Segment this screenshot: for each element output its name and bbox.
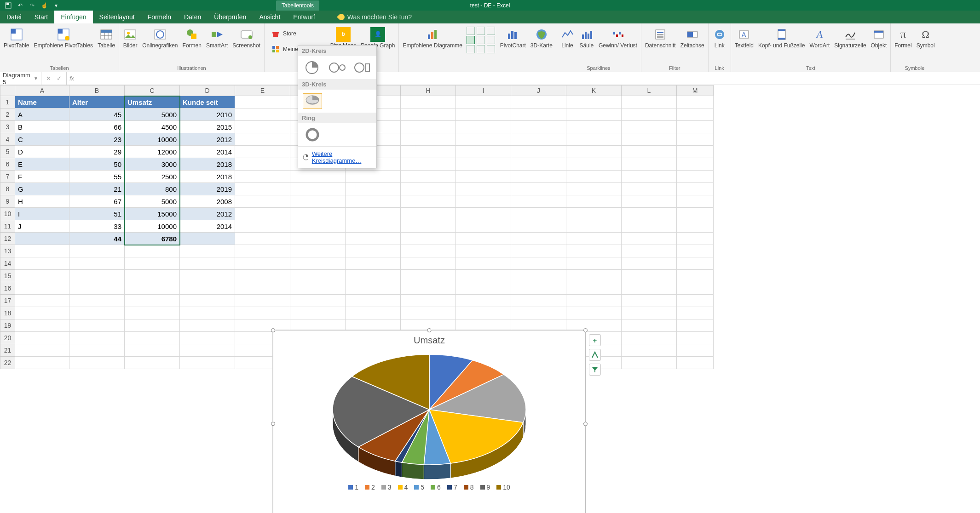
area-chart-icon[interactable]	[487, 36, 495, 44]
cell[interactable]	[290, 171, 346, 183]
row-header[interactable]: 1	[0, 96, 15, 108]
cell[interactable]	[125, 332, 180, 344]
cell[interactable]	[235, 220, 290, 233]
cell[interactable]	[622, 307, 677, 319]
cell[interactable]	[511, 96, 566, 108]
cell[interactable]	[401, 108, 456, 121]
legend-item[interactable]: 10	[496, 484, 510, 491]
cell[interactable]	[290, 295, 346, 307]
row-header[interactable]: 14	[0, 257, 15, 270]
cell[interactable]: 15000	[125, 208, 180, 220]
row-header[interactable]: 18	[0, 307, 15, 319]
cell[interactable]	[511, 295, 566, 307]
cell[interactable]	[15, 282, 69, 295]
cell[interactable]	[511, 195, 566, 208]
cell[interactable]	[180, 282, 235, 295]
cell[interactable]	[235, 195, 290, 208]
cell[interactable]	[290, 282, 346, 295]
cell[interactable]	[125, 307, 180, 319]
cell[interactable]	[456, 270, 511, 282]
sparkline-winloss-button[interactable]: Gewinn/ Verlust	[597, 25, 639, 51]
cell[interactable]	[15, 270, 69, 282]
cell[interactable]	[15, 319, 69, 332]
slicer-button[interactable]: Datenschnitt	[643, 25, 678, 51]
cell[interactable]	[69, 257, 125, 270]
cell[interactable]	[511, 121, 566, 133]
chevron-down-icon[interactable]: ▼	[34, 76, 38, 81]
cell[interactable]	[180, 344, 235, 357]
row-header[interactable]: 21	[0, 344, 15, 357]
cell[interactable]	[125, 295, 180, 307]
cell[interactable]	[235, 96, 290, 108]
column-header[interactable]: J	[511, 85, 566, 96]
cell[interactable]	[290, 183, 346, 195]
pie-2d-option[interactable]	[303, 60, 322, 75]
cell[interactable]	[180, 357, 235, 369]
cell[interactable]: 3000	[125, 158, 180, 171]
cell[interactable]	[180, 332, 235, 344]
cell[interactable]: 2014	[180, 220, 235, 233]
radar-chart-icon[interactable]	[487, 45, 495, 53]
combo-chart-icon[interactable]	[487, 27, 495, 35]
cell[interactable]	[677, 344, 714, 357]
cell[interactable]	[180, 295, 235, 307]
cell[interactable]	[235, 282, 290, 295]
cell[interactable]: 12000	[125, 146, 180, 158]
cell[interactable]: 33	[69, 220, 125, 233]
row-header[interactable]: 22	[0, 357, 15, 369]
cell[interactable]	[622, 270, 677, 282]
cell[interactable]	[622, 220, 677, 233]
cell[interactable]: 2010	[180, 108, 235, 121]
legend-item[interactable]: 2	[365, 484, 375, 491]
row-header[interactable]: 16	[0, 282, 15, 295]
3d-map-button[interactable]: 3D-Karte	[529, 25, 554, 51]
cell[interactable]	[401, 183, 456, 195]
column-header[interactable]: M	[677, 85, 714, 96]
cell[interactable]	[566, 121, 622, 133]
column-chart-icon[interactable]	[467, 27, 475, 35]
cell[interactable]: 21	[69, 183, 125, 195]
cell[interactable]	[566, 282, 622, 295]
cell[interactable]	[622, 332, 677, 344]
cell[interactable]	[15, 344, 69, 357]
cell[interactable]	[566, 220, 622, 233]
cell[interactable]	[346, 307, 401, 319]
textbox-button[interactable]: ATextfeld	[733, 25, 755, 51]
cell[interactable]: 67	[69, 195, 125, 208]
cell[interactable]	[15, 332, 69, 344]
cell[interactable]	[677, 208, 714, 220]
cell[interactable]	[125, 319, 180, 332]
table-button[interactable]: Tabelle	[96, 25, 117, 51]
signature-line-button[interactable]: Signaturzeile	[832, 25, 868, 51]
cell[interactable]: A	[15, 108, 69, 121]
cell[interactable]: Alter	[69, 96, 125, 108]
column-header[interactable]: L	[622, 85, 677, 96]
cell[interactable]	[69, 270, 125, 282]
more-pie-charts-link[interactable]: Weitere Kreisdiagramme…	[298, 146, 376, 168]
cell[interactable]	[235, 270, 290, 282]
cell[interactable]	[401, 295, 456, 307]
tab-daten[interactable]: Daten	[178, 11, 208, 23]
row-header[interactable]: 6	[0, 158, 15, 171]
column-header[interactable]: K	[566, 85, 622, 96]
cell[interactable]	[511, 270, 566, 282]
cell[interactable]	[677, 233, 714, 245]
cell[interactable]	[566, 133, 622, 146]
cell[interactable]: 2015	[180, 121, 235, 133]
cell[interactable]	[677, 133, 714, 146]
cell[interactable]	[622, 257, 677, 270]
cell[interactable]	[15, 307, 69, 319]
cell[interactable]	[622, 146, 677, 158]
cell[interactable]: 2012	[180, 133, 235, 146]
wordart-button[interactable]: AWordArt	[807, 25, 831, 51]
cell[interactable]	[346, 195, 401, 208]
sparkline-line-button[interactable]: Linie	[558, 25, 576, 51]
cell[interactable]	[401, 282, 456, 295]
row-header[interactable]: 8	[0, 183, 15, 195]
row-header[interactable]: 3	[0, 121, 15, 133]
cell[interactable]	[622, 233, 677, 245]
cell[interactable]	[511, 257, 566, 270]
touch-mode-icon[interactable]: ☝	[40, 2, 48, 9]
cell[interactable]	[235, 245, 290, 257]
cell[interactable]	[15, 257, 69, 270]
